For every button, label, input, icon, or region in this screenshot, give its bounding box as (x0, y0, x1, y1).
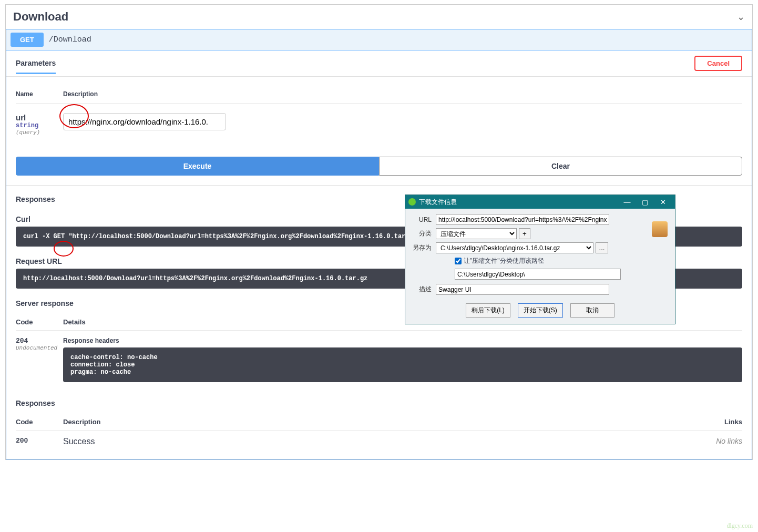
description-label: 描述 (413, 285, 436, 294)
param-row: url string (query) (16, 104, 742, 136)
cancel-download-button[interactable]: 取消 (570, 303, 614, 318)
column-links: Links (700, 418, 742, 426)
status-code: 200 (16, 437, 63, 446)
category-label: 分类 (413, 229, 436, 238)
section-title[interactable]: Download (13, 10, 737, 24)
description-input[interactable] (436, 284, 609, 295)
parameters-tab[interactable]: Parameters (16, 59, 56, 74)
responses-label: Responses (16, 388, 742, 411)
response-headers-code[interactable]: cache-control: no-cache connection: clos… (63, 347, 742, 382)
param-location: (query) (16, 129, 63, 136)
checkbox-icon[interactable] (455, 258, 462, 264)
watermark: dlgcy.com (726, 522, 753, 530)
operation-header[interactable]: GET /Download (6, 29, 752, 50)
use-path-checkbox[interactable]: 让"压缩文件"分类使用该路径 (455, 257, 668, 265)
idm-download-dialog[interactable]: 下载文件信息 — ▢ ✕ URL 分类 压缩文件 + 另存为 C:\Users\… (405, 195, 675, 324)
operation-path: /Download (49, 35, 91, 44)
column-code: Code (16, 418, 63, 426)
checkbox-label: 让"压缩文件"分类使用该路径 (464, 257, 544, 265)
saveas-label: 另存为 (413, 243, 436, 252)
browse-button[interactable]: ... (596, 242, 608, 253)
column-description: Description (63, 418, 700, 426)
add-category-button[interactable]: + (519, 228, 530, 239)
column-name: Name (16, 90, 63, 98)
close-button[interactable]: ✕ (654, 198, 672, 206)
saveas-select[interactable]: C:\Users\dlgcy\Desktop\nginx-1.16.0.tar.… (436, 242, 593, 253)
execute-button[interactable]: Execute (16, 157, 379, 176)
column-code: Code (16, 318, 63, 326)
url-label: URL (413, 216, 436, 223)
idm-url-input[interactable] (436, 214, 609, 225)
column-description: Description (63, 90, 742, 98)
cancel-button[interactable]: Cancel (694, 56, 742, 71)
url-input[interactable] (63, 113, 226, 130)
response-description: Success (63, 437, 700, 446)
start-download-button[interactable]: 开始下载(S) (518, 303, 563, 318)
archive-icon (652, 221, 668, 237)
status-code: 204 (16, 337, 63, 345)
globe-icon (408, 198, 416, 206)
clear-button[interactable]: Clear (379, 157, 742, 176)
param-name: url (16, 113, 63, 122)
param-type: string (16, 122, 63, 129)
maximize-button[interactable]: ▢ (636, 198, 654, 206)
chevron-down-icon[interactable]: ⌄ (737, 11, 745, 23)
response-links: No links (700, 437, 742, 446)
undocumented-label: Undocumented (16, 345, 63, 351)
response-row-200: 200 Success No links (16, 431, 742, 453)
path-input[interactable] (455, 269, 621, 280)
http-method-badge: GET (11, 33, 44, 47)
dialog-title: 下载文件信息 (419, 198, 457, 207)
response-row-204: 204 Undocumented Response headers cache-… (16, 331, 742, 388)
minimize-button[interactable]: — (618, 198, 636, 206)
response-headers-label: Response headers (63, 337, 742, 344)
category-select[interactable]: 压缩文件 (436, 228, 517, 239)
download-later-button[interactable]: 稍后下载(L) (466, 303, 510, 318)
